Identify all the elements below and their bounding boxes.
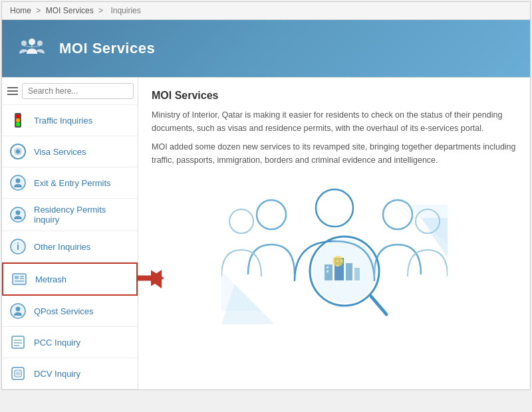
svg-point-9	[16, 122, 20, 126]
sidebar-item-residency[interactable]: Residency Permits inquiry	[2, 199, 138, 231]
svg-point-55	[332, 256, 343, 266]
svg-point-12	[16, 150, 20, 154]
svg-rect-20	[15, 276, 19, 279]
svg-rect-33	[16, 371, 20, 375]
svg-rect-51	[327, 270, 329, 272]
traffic-icon	[9, 111, 27, 130]
dcv-icon	[9, 364, 27, 383]
hamburger-icon[interactable]	[7, 87, 18, 95]
illustration	[152, 175, 517, 341]
svg-point-7	[16, 114, 20, 118]
sidebar: Traffic Inquiries Visa Services	[2, 78, 138, 389]
breadcrumb-home[interactable]: Home	[10, 6, 31, 15]
breadcrumb-moi[interactable]: MOI Services	[46, 6, 94, 15]
content-paragraph1: Ministry of Interior, Qatar is making it…	[152, 108, 517, 135]
other-inquiries-icon: i	[9, 237, 27, 256]
svg-point-42	[316, 189, 353, 227]
sidebar-item-pcc[interactable]: PCC Inquiry	[2, 327, 138, 358]
sidebar-item-metrash[interactable]: Metrash	[2, 262, 138, 296]
svg-point-39	[383, 200, 412, 229]
page-wrapper: Home > MOI Services > Inquiries	[1, 1, 531, 390]
sidebar-item-visa-services[interactable]: Visa Services	[2, 136, 138, 167]
breadcrumb-current: Inquiries	[110, 6, 140, 15]
exit-entry-icon	[9, 173, 27, 192]
sidebar-item-exit-entry[interactable]: Exit & Entry Permits	[2, 167, 138, 199]
svg-rect-49	[354, 268, 360, 280]
svg-line-4	[24, 46, 32, 47]
svg-point-2	[37, 41, 43, 46]
visa-icon	[9, 142, 27, 161]
svg-point-26	[16, 307, 21, 312]
content-paragraph2: MOI added some dozen new services to its…	[152, 140, 517, 167]
svg-point-44	[313, 239, 376, 303]
sidebar-label-qpost: QPost Services	[34, 306, 94, 316]
svg-point-16	[16, 211, 21, 215]
sidebar-item-qpost[interactable]: QPost Services	[2, 296, 138, 327]
moi-icon	[15, 32, 49, 65]
svg-point-1	[21, 41, 27, 46]
sidebar-item-traffic-inquiries[interactable]: Traffic Inquiries	[2, 105, 138, 136]
svg-point-14	[16, 179, 21, 183]
search-input[interactable]	[22, 83, 134, 99]
svg-rect-27	[12, 336, 24, 348]
sidebar-label-other: Other Inquiries	[34, 242, 90, 252]
sidebar-label-residency: Residency Permits inquiry	[34, 205, 131, 225]
svg-line-5	[32, 46, 40, 47]
sidebar-label-pcc: PCC Inquiry	[34, 338, 80, 348]
svg-point-38	[257, 200, 286, 229]
sidebar-label-exit-entry: Exit & Entry Permits	[34, 178, 111, 188]
sidebar-label-metrash: Metrash	[35, 274, 66, 284]
header-banner: MOI Services	[2, 20, 530, 77]
svg-text:i: i	[17, 241, 19, 252]
main-layout: Traffic Inquiries Visa Services	[2, 77, 530, 389]
header-title: MOI Services	[59, 40, 155, 57]
content-title: MOI Services	[152, 90, 517, 102]
sidebar-item-other-inquiries[interactable]: i Other Inquiries	[2, 231, 138, 262]
metrash-icon	[10, 270, 29, 288]
sidebar-label-visa: Visa Services	[34, 147, 86, 157]
svg-rect-50	[327, 266, 329, 268]
svg-line-45	[371, 296, 386, 314]
svg-point-41	[229, 209, 253, 233]
svg-point-8	[16, 118, 20, 122]
sidebar-label-traffic: Traffic Inquiries	[34, 116, 92, 126]
qpost-icon	[9, 302, 27, 320]
svg-rect-19	[13, 274, 26, 284]
pcc-icon	[9, 333, 27, 352]
svg-point-0	[29, 39, 35, 45]
sidebar-item-dcv[interactable]: DCV Inquiry	[2, 358, 138, 389]
sidebar-label-dcv: DCV Inquiry	[34, 369, 80, 379]
content-area: MOI Services Ministry of Interior, Qatar…	[138, 78, 530, 389]
svg-rect-48	[346, 263, 352, 280]
sidebar-search-row	[2, 78, 138, 105]
breadcrumb: Home > MOI Services > Inquiries	[2, 2, 530, 20]
residency-icon	[9, 205, 27, 224]
